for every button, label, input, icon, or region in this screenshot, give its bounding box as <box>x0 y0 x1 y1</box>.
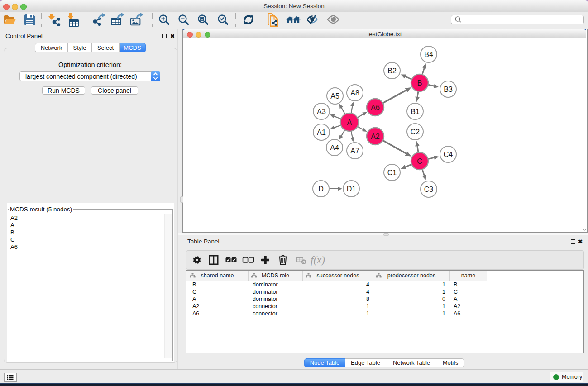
svg-text:D: D <box>318 185 324 193</box>
svg-text:C4: C4 <box>444 151 453 158</box>
svg-text:C2: C2 <box>411 128 420 136</box>
svg-text:A2: A2 <box>371 133 380 140</box>
svg-text:B3: B3 <box>444 86 453 93</box>
svg-text:B: B <box>417 79 422 87</box>
svg-text:C3: C3 <box>424 186 434 193</box>
svg-text:A: A <box>347 119 352 126</box>
svg-text:D1: D1 <box>347 185 356 193</box>
svg-text:A3: A3 <box>317 108 326 115</box>
svg-text:A1: A1 <box>317 129 326 136</box>
svg-text:B2: B2 <box>387 67 397 75</box>
svg-text:C1: C1 <box>387 169 397 176</box>
svg-text:A8: A8 <box>350 89 359 97</box>
svg-text:B1: B1 <box>411 108 420 115</box>
svg-text:A7: A7 <box>350 147 359 155</box>
svg-text:A4: A4 <box>330 144 339 152</box>
svg-text:B4: B4 <box>424 51 433 58</box>
svg-text:C: C <box>417 157 422 165</box>
svg-text:A5: A5 <box>330 92 339 100</box>
svg-text:f(x): f(x) <box>311 254 325 266</box>
svg-text:A6: A6 <box>371 104 380 111</box>
